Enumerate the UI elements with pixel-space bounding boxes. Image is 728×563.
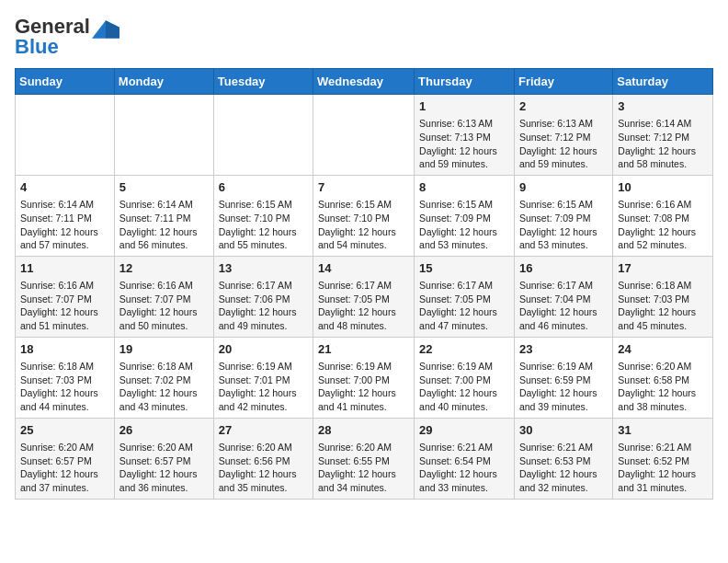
day-number: 31 bbox=[618, 422, 708, 439]
calendar-cell: 28Sunrise: 6:20 AM Sunset: 6:55 PM Dayli… bbox=[313, 418, 415, 499]
calendar-cell: 4Sunrise: 6:14 AM Sunset: 7:11 PM Daylig… bbox=[16, 175, 115, 256]
day-number: 13 bbox=[219, 260, 308, 277]
day-info: Sunrise: 6:15 AM Sunset: 7:10 PM Dayligh… bbox=[318, 198, 409, 252]
calendar-cell: 31Sunrise: 6:21 AM Sunset: 6:52 PM Dayli… bbox=[613, 418, 713, 499]
day-number: 12 bbox=[119, 260, 209, 277]
day-number: 8 bbox=[419, 179, 509, 196]
logo: General Blue bbox=[15, 15, 119, 59]
day-number: 10 bbox=[618, 179, 708, 196]
weekday-header-saturday: Saturday bbox=[613, 69, 713, 95]
day-number: 16 bbox=[519, 260, 608, 277]
day-number: 20 bbox=[219, 341, 308, 358]
calendar-cell: 23Sunrise: 6:19 AM Sunset: 6:59 PM Dayli… bbox=[514, 337, 612, 418]
day-number: 21 bbox=[318, 341, 409, 358]
day-number: 2 bbox=[519, 98, 608, 115]
svg-marker-1 bbox=[106, 20, 119, 39]
calendar-cell: 27Sunrise: 6:20 AM Sunset: 6:56 PM Dayli… bbox=[213, 418, 313, 499]
calendar-cell: 12Sunrise: 6:16 AM Sunset: 7:07 PM Dayli… bbox=[114, 256, 213, 337]
weekday-header-monday: Monday bbox=[114, 69, 213, 95]
day-info: Sunrise: 6:14 AM Sunset: 7:11 PM Dayligh… bbox=[20, 198, 109, 252]
day-info: Sunrise: 6:21 AM Sunset: 6:52 PM Dayligh… bbox=[618, 441, 708, 495]
day-info: Sunrise: 6:20 AM Sunset: 6:57 PM Dayligh… bbox=[119, 441, 209, 495]
day-number: 15 bbox=[419, 260, 509, 277]
day-info: Sunrise: 6:17 AM Sunset: 7:06 PM Dayligh… bbox=[219, 279, 308, 333]
calendar-cell: 19Sunrise: 6:18 AM Sunset: 7:02 PM Dayli… bbox=[114, 337, 213, 418]
day-info: Sunrise: 6:17 AM Sunset: 7:05 PM Dayligh… bbox=[419, 279, 509, 333]
day-info: Sunrise: 6:16 AM Sunset: 7:07 PM Dayligh… bbox=[20, 279, 109, 333]
calendar-cell: 29Sunrise: 6:21 AM Sunset: 6:54 PM Dayli… bbox=[415, 418, 515, 499]
day-info: Sunrise: 6:18 AM Sunset: 7:03 PM Dayligh… bbox=[618, 279, 708, 333]
weekday-header-friday: Friday bbox=[514, 69, 612, 95]
day-number: 4 bbox=[20, 179, 109, 196]
day-number: 28 bbox=[318, 422, 409, 439]
day-info: Sunrise: 6:14 AM Sunset: 7:12 PM Dayligh… bbox=[618, 117, 708, 171]
day-info: Sunrise: 6:18 AM Sunset: 7:02 PM Dayligh… bbox=[119, 360, 209, 414]
day-number: 3 bbox=[618, 98, 708, 115]
day-number: 6 bbox=[219, 179, 308, 196]
calendar-week-row: 1Sunrise: 6:13 AM Sunset: 7:13 PM Daylig… bbox=[16, 95, 713, 176]
day-number: 18 bbox=[20, 341, 109, 358]
calendar-cell bbox=[213, 95, 313, 176]
calendar-cell: 7Sunrise: 6:15 AM Sunset: 7:10 PM Daylig… bbox=[313, 175, 415, 256]
day-info: Sunrise: 6:19 AM Sunset: 7:00 PM Dayligh… bbox=[318, 360, 409, 414]
day-number: 24 bbox=[618, 341, 708, 358]
day-number: 1 bbox=[419, 98, 509, 115]
day-info: Sunrise: 6:14 AM Sunset: 7:11 PM Dayligh… bbox=[119, 198, 209, 252]
calendar-cell: 25Sunrise: 6:20 AM Sunset: 6:57 PM Dayli… bbox=[16, 418, 115, 499]
calendar-cell: 10Sunrise: 6:16 AM Sunset: 7:08 PM Dayli… bbox=[613, 175, 713, 256]
calendar-table: SundayMondayTuesdayWednesdayThursdayFrid… bbox=[15, 68, 713, 500]
day-info: Sunrise: 6:20 AM Sunset: 6:55 PM Dayligh… bbox=[318, 441, 409, 495]
day-info: Sunrise: 6:20 AM Sunset: 6:57 PM Dayligh… bbox=[20, 441, 109, 495]
logo-blue-text: Blue bbox=[15, 35, 59, 59]
day-info: Sunrise: 6:21 AM Sunset: 6:53 PM Dayligh… bbox=[519, 441, 608, 495]
day-info: Sunrise: 6:16 AM Sunset: 7:08 PM Dayligh… bbox=[618, 198, 708, 252]
calendar-cell: 9Sunrise: 6:15 AM Sunset: 7:09 PM Daylig… bbox=[514, 175, 612, 256]
day-info: Sunrise: 6:18 AM Sunset: 7:03 PM Dayligh… bbox=[20, 360, 109, 414]
calendar-cell: 15Sunrise: 6:17 AM Sunset: 7:05 PM Dayli… bbox=[415, 256, 515, 337]
day-number: 9 bbox=[519, 179, 608, 196]
day-info: Sunrise: 6:17 AM Sunset: 7:05 PM Dayligh… bbox=[318, 279, 409, 333]
calendar-cell bbox=[114, 95, 213, 176]
calendar-cell: 22Sunrise: 6:19 AM Sunset: 7:00 PM Dayli… bbox=[415, 337, 515, 418]
calendar-cell: 30Sunrise: 6:21 AM Sunset: 6:53 PM Dayli… bbox=[514, 418, 612, 499]
calendar-week-row: 11Sunrise: 6:16 AM Sunset: 7:07 PM Dayli… bbox=[16, 256, 713, 337]
weekday-header-wednesday: Wednesday bbox=[313, 69, 415, 95]
day-info: Sunrise: 6:21 AM Sunset: 6:54 PM Dayligh… bbox=[419, 441, 509, 495]
day-number: 30 bbox=[519, 422, 608, 439]
calendar-cell: 11Sunrise: 6:16 AM Sunset: 7:07 PM Dayli… bbox=[16, 256, 115, 337]
weekday-header-row: SundayMondayTuesdayWednesdayThursdayFrid… bbox=[16, 69, 713, 95]
day-info: Sunrise: 6:13 AM Sunset: 7:12 PM Dayligh… bbox=[519, 117, 608, 171]
calendar-cell: 5Sunrise: 6:14 AM Sunset: 7:11 PM Daylig… bbox=[114, 175, 213, 256]
day-number: 19 bbox=[119, 341, 209, 358]
calendar-cell: 24Sunrise: 6:20 AM Sunset: 6:58 PM Dayli… bbox=[613, 337, 713, 418]
day-number: 14 bbox=[318, 260, 409, 277]
day-number: 27 bbox=[219, 422, 308, 439]
weekday-header-thursday: Thursday bbox=[415, 69, 515, 95]
day-info: Sunrise: 6:16 AM Sunset: 7:07 PM Dayligh… bbox=[119, 279, 209, 333]
day-number: 23 bbox=[519, 341, 608, 358]
calendar-cell: 13Sunrise: 6:17 AM Sunset: 7:06 PM Dayli… bbox=[213, 256, 313, 337]
page-header: General Blue bbox=[15, 15, 713, 59]
day-info: Sunrise: 6:19 AM Sunset: 7:01 PM Dayligh… bbox=[219, 360, 308, 414]
day-info: Sunrise: 6:15 AM Sunset: 7:09 PM Dayligh… bbox=[419, 198, 509, 252]
calendar-week-row: 18Sunrise: 6:18 AM Sunset: 7:03 PM Dayli… bbox=[16, 337, 713, 418]
calendar-cell: 21Sunrise: 6:19 AM Sunset: 7:00 PM Dayli… bbox=[313, 337, 415, 418]
day-info: Sunrise: 6:15 AM Sunset: 7:09 PM Dayligh… bbox=[519, 198, 608, 252]
day-number: 22 bbox=[419, 341, 509, 358]
calendar-cell: 26Sunrise: 6:20 AM Sunset: 6:57 PM Dayli… bbox=[114, 418, 213, 499]
calendar-cell: 14Sunrise: 6:17 AM Sunset: 7:05 PM Dayli… bbox=[313, 256, 415, 337]
calendar-cell bbox=[313, 95, 415, 176]
calendar-cell: 1Sunrise: 6:13 AM Sunset: 7:13 PM Daylig… bbox=[415, 95, 515, 176]
calendar-cell: 6Sunrise: 6:15 AM Sunset: 7:10 PM Daylig… bbox=[213, 175, 313, 256]
day-info: Sunrise: 6:15 AM Sunset: 7:10 PM Dayligh… bbox=[219, 198, 308, 252]
day-info: Sunrise: 6:19 AM Sunset: 6:59 PM Dayligh… bbox=[519, 360, 608, 414]
day-info: Sunrise: 6:20 AM Sunset: 6:58 PM Dayligh… bbox=[618, 360, 708, 414]
calendar-cell: 16Sunrise: 6:17 AM Sunset: 7:04 PM Dayli… bbox=[514, 256, 612, 337]
day-info: Sunrise: 6:19 AM Sunset: 7:00 PM Dayligh… bbox=[419, 360, 509, 414]
calendar-cell: 20Sunrise: 6:19 AM Sunset: 7:01 PM Dayli… bbox=[213, 337, 313, 418]
day-number: 7 bbox=[318, 179, 409, 196]
day-info: Sunrise: 6:13 AM Sunset: 7:13 PM Dayligh… bbox=[419, 117, 509, 171]
day-number: 17 bbox=[618, 260, 708, 277]
calendar-cell: 3Sunrise: 6:14 AM Sunset: 7:12 PM Daylig… bbox=[613, 95, 713, 176]
weekday-header-sunday: Sunday bbox=[16, 69, 115, 95]
